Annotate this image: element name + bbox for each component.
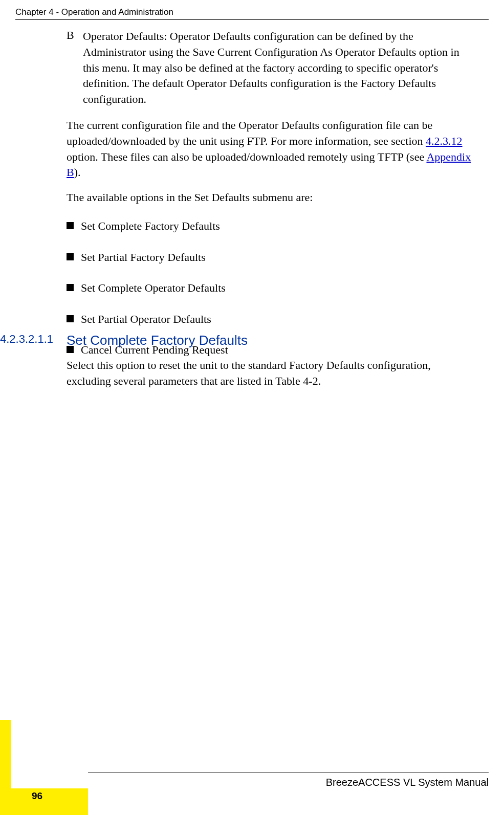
square-bullet-icon <box>67 253 74 260</box>
heading-title: Set Complete Factory Defaults <box>67 333 248 348</box>
list-item: Set Complete Operator Defaults <box>67 281 473 296</box>
paragraph-section-body: Select this option to reset the unit to … <box>67 358 473 389</box>
list-item-label: Set Complete Operator Defaults <box>81 281 226 296</box>
footer-divider <box>88 773 489 773</box>
bottom-highlight-bar <box>0 788 88 815</box>
list-item-label: Set Partial Operator Defaults <box>81 312 211 327</box>
square-bullet-icon <box>67 284 74 291</box>
text-fragment: ). <box>74 166 81 179</box>
list-item-label: Set Complete Factory Defaults <box>81 219 220 234</box>
chapter-title: Chapter 4 - Operation and Administration <box>15 7 173 17</box>
list-marker-b: B <box>67 29 83 107</box>
heading-number: 4.2.3.2.1.1 <box>0 333 65 346</box>
body-content: B Operator Defaults: Operator Defaults c… <box>67 29 473 374</box>
link-section-4-2-3-12[interactable]: 4.2.3.12 <box>426 135 463 147</box>
page-number: 96 <box>32 790 42 802</box>
list-item: Set Partial Factory Defaults <box>67 250 473 265</box>
list-item-label: Set Partial Factory Defaults <box>81 250 206 265</box>
section-body: Select this option to reset the unit to … <box>67 358 473 399</box>
page-header: Chapter 4 - Operation and Administration <box>15 7 489 20</box>
footer-manual-title: BreezeACCESS VL System Manual <box>326 777 489 788</box>
list-item-b: B Operator Defaults: Operator Defaults c… <box>67 29 473 107</box>
list-item: Set Partial Operator Defaults <box>67 312 473 327</box>
page: Chapter 4 - Operation and Administration… <box>0 0 504 815</box>
square-bullet-icon <box>67 222 74 229</box>
paragraph-ftp: The current configuration file and the O… <box>67 118 473 181</box>
list-content-b: Operator Defaults: Operator Defaults con… <box>83 29 473 107</box>
list-item: Set Complete Factory Defaults <box>67 219 473 234</box>
text-fragment: option. These files can also be uploaded… <box>67 150 426 163</box>
text-fragment: The current configuration file and the O… <box>67 119 432 147</box>
paragraph-options: The available options in the Set Default… <box>67 190 473 206</box>
square-bullet-icon <box>67 315 74 322</box>
